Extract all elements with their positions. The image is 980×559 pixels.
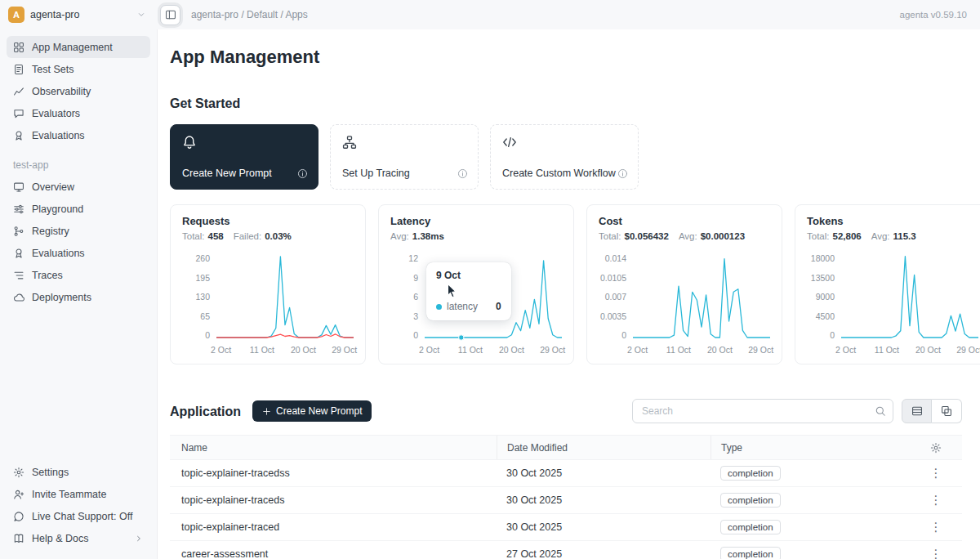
sidebar-item-evaluations[interactable]: Evaluations (7, 242, 150, 264)
metric-card-tokens: TokensTotal:52,806Avg:115.31800013500900… (795, 204, 980, 364)
app-date-modified: 27 Oct 2025 (497, 541, 710, 559)
column-header-name[interactable]: Name (170, 436, 497, 459)
sidebar-item-help-docs[interactable]: Help & Docs (7, 527, 150, 549)
search-icon[interactable] (875, 405, 886, 417)
view-toggle (902, 399, 962, 423)
y-axis-tick: 130 (195, 293, 210, 301)
sidebar-item-label: Evaluators (32, 108, 80, 119)
start-card-create-new-prompt[interactable]: Create New Prompt (170, 124, 318, 190)
tooltip-value: 0 (496, 301, 501, 312)
y-axis-tick: 0 (413, 331, 418, 339)
sidebar-item-evaluators[interactable]: Evaluators (7, 102, 150, 124)
y-axis-tick: 195 (195, 274, 210, 282)
metric-stat: Total:$0.056432 (599, 231, 669, 241)
sidebar-app-list: OverviewPlaygroundRegistryEvaluationsTra… (7, 176, 150, 308)
column-header-type[interactable]: Type (710, 436, 910, 459)
type-badge: completion (720, 493, 781, 508)
workspace-switcher[interactable]: A agenta-pro (0, 7, 158, 23)
start-card-create-custom-workflow[interactable]: Create Custom Workflow (490, 124, 639, 190)
create-new-prompt-button[interactable]: Create New Prompt (252, 400, 372, 422)
row-menu-button[interactable]: ⋮ (926, 547, 946, 559)
sidebar-item-label: Evaluations (32, 248, 85, 259)
start-card-label: Create Custom Workflow (502, 168, 616, 179)
sidebar-item-label: Invite Teammate (32, 489, 106, 500)
application-header: Application Create New Prompt (170, 399, 962, 423)
table-row[interactable]: topic-explainer-tracedss30 Oct 2025compl… (170, 460, 962, 487)
row-menu-button[interactable]: ⋮ (926, 493, 946, 508)
sidebar-item-settings[interactable]: Settings (7, 461, 150, 483)
sidebar-item-playground[interactable]: Playground (7, 198, 150, 220)
y-axis-tick: 12 (408, 254, 418, 262)
sidebar-item-traces[interactable]: Traces (7, 264, 150, 286)
type-badge: completion (720, 466, 781, 481)
topbar: A agenta-pro agenta-pro / Default / Apps… (0, 0, 980, 29)
metric-title: Requests (182, 215, 354, 227)
y-axis-tick: 0 (621, 331, 626, 339)
row-actions: ⋮ (910, 460, 962, 486)
search-box (632, 399, 893, 423)
sidebar-toggle-button[interactable] (160, 5, 180, 25)
requests-chart[interactable] (216, 254, 354, 339)
start-card-set-up-tracing[interactable]: Set Up Tracing (330, 124, 479, 190)
info-icon[interactable] (617, 168, 628, 179)
sidebar-item-label: Live Chat Support: Off (32, 511, 132, 522)
table-settings-icon[interactable] (930, 442, 942, 454)
sidebar-item-live-chat-support-off[interactable]: Live Chat Support: Off (7, 505, 150, 527)
x-axis-tick: 11 Oct (250, 345, 274, 355)
x-axis-tick: 2 Oct (211, 345, 231, 355)
info-icon[interactable] (297, 168, 308, 179)
sidebar-item-label: Deployments (32, 292, 91, 303)
x-axis: 2 Oct11 Oct20 Oct29 Oct (216, 345, 354, 356)
sliders-icon (13, 203, 24, 215)
table-row[interactable]: topic-explainer-traceds30 Oct 2025comple… (170, 487, 962, 514)
info-icon[interactable] (457, 168, 468, 179)
tooltip-series-label: latency (447, 301, 478, 312)
metric-title: Tokens (807, 215, 978, 227)
y-axis: 129630 (390, 254, 425, 339)
metric-title: Latency (390, 215, 562, 227)
x-axis-tick: 2 Oct (835, 345, 856, 355)
app-type: completion (710, 487, 910, 513)
file-icon (13, 64, 24, 75)
sidebar-item-app-management[interactable]: App Management (7, 36, 150, 58)
type-badge: completion (720, 520, 781, 534)
cost-chart[interactable] (633, 254, 770, 339)
metric-stats: Total:458Failed:0.03% (182, 231, 354, 241)
metric-card-requests: RequestsTotal:458Failed:0.03%26019513065… (170, 204, 366, 364)
sidebar-item-label: Registry (32, 226, 69, 237)
book-icon (13, 533, 24, 544)
sidebar: App ManagementTest SetsObservabilityEval… (0, 29, 158, 559)
y-axis-tick: 9000 (816, 293, 835, 301)
card-view-button[interactable] (932, 399, 962, 423)
sidebar-item-test-sets[interactable]: Test Sets (7, 58, 150, 80)
row-menu-button[interactable]: ⋮ (926, 520, 946, 534)
get-started-title: Get Started (170, 96, 962, 111)
y-axis-tick: 4500 (816, 312, 835, 320)
cloud-icon (13, 292, 24, 303)
column-header-date-modified[interactable]: Date Modified (497, 436, 710, 459)
sidebar-item-overview[interactable]: Overview (7, 176, 150, 198)
sidebar-item-invite-teammate[interactable]: Invite Teammate (7, 483, 150, 505)
row-menu-button[interactable]: ⋮ (926, 466, 946, 481)
sidebar-item-label: Observability (32, 86, 91, 97)
y-axis-tick: 6 (413, 293, 418, 301)
table-row[interactable]: topic-explainer-traced30 Oct 2025complet… (170, 514, 962, 541)
sidebar-item-registry[interactable]: Registry (7, 220, 150, 242)
tokens-chart[interactable] (841, 254, 978, 339)
sidebar-item-evaluations[interactable]: Evaluations (7, 124, 150, 146)
metric-card-latency: LatencyAvg:1.38ms1296302 Oct11 Oct20 Oct… (378, 204, 574, 364)
app-table-body: topic-explainer-tracedss30 Oct 2025compl… (170, 460, 962, 559)
type-badge: completion (720, 547, 781, 559)
grid-icon (13, 42, 24, 53)
badge-icon (13, 248, 24, 259)
y-axis-tick: 65 (200, 312, 210, 320)
metric-stat: Total:458 (182, 231, 224, 241)
sidebar-item-deployments[interactable]: Deployments (7, 286, 150, 308)
search-input[interactable] (632, 399, 893, 423)
y-axis-tick: 0.014 (605, 254, 626, 262)
x-axis: 2 Oct11 Oct20 Oct29 Oct (425, 345, 562, 356)
table-row[interactable]: career-assessment27 Oct 2025completion⋮ (170, 541, 962, 559)
sidebar-item-observability[interactable]: Observability (7, 80, 150, 102)
table-view-button[interactable] (902, 399, 932, 423)
x-axis: 2 Oct11 Oct20 Oct29 Oct (841, 345, 978, 356)
